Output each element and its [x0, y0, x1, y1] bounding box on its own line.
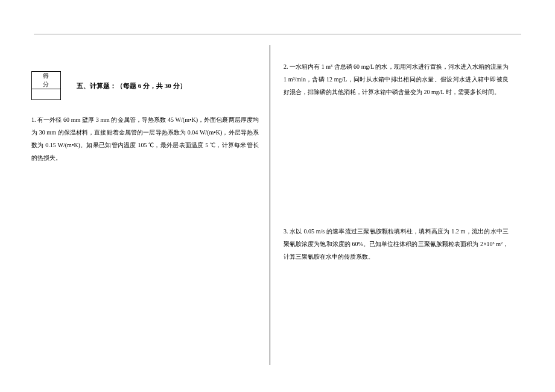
left-column: 得 分 五、计算题：（每题 6 分，共 30 分） 1. 有一外径 60 mm …: [31, 48, 270, 374]
question-3: 3. 水以 0.05 m/s 的速率流过三聚氰胺颗粒填料柱，填料高度为 1.2 …: [284, 225, 509, 263]
header-rule: [34, 34, 521, 34]
section-title: 五、计算题：（每题 6 分，共 30 分）: [77, 81, 186, 90]
question-2: 2. 一水箱内有 1 m³ 含总磷 60 mg/L 的水，现用河水进行置换，河水…: [284, 60, 509, 98]
question-1: 1. 有一外径 60 mm 壁厚 3 mm 的金属管，导热系数 45 W/(m•…: [31, 113, 259, 164]
score-box: 得 分: [31, 71, 61, 100]
section-header: 得 分 五、计算题：（每题 6 分，共 30 分）: [31, 71, 259, 100]
two-column-layout: 得 分 五、计算题：（每题 6 分，共 30 分） 1. 有一外径 60 mm …: [31, 48, 524, 374]
score-label: 得 分: [32, 72, 61, 89]
score-value-cell: [32, 89, 61, 100]
exam-page: 得 分 五、计算题：（每题 6 分，共 30 分） 1. 有一外径 60 mm …: [0, 0, 555, 392]
right-column: 2. 一水箱内有 1 m³ 含总磷 60 mg/L 的水，现用河水进行置换，河水…: [270, 48, 509, 374]
